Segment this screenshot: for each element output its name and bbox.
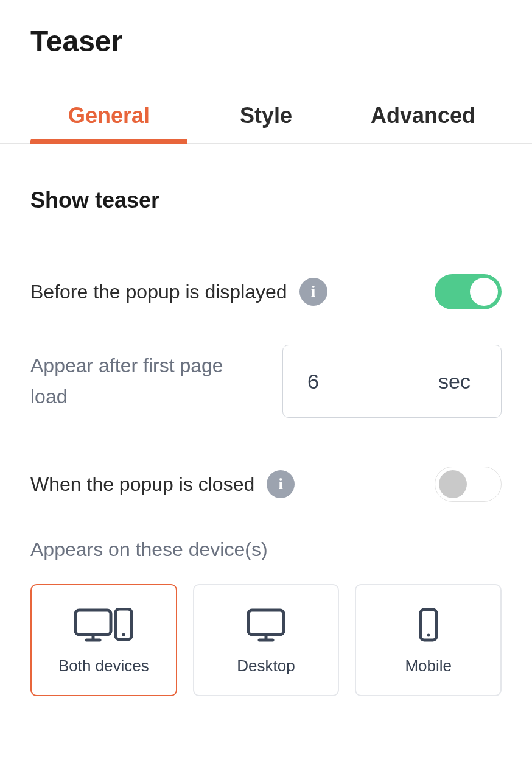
appear-after-unit: sec bbox=[438, 370, 471, 393]
section-title: Show teaser bbox=[30, 188, 502, 213]
mobile-icon bbox=[418, 605, 439, 644]
svg-point-9 bbox=[427, 633, 430, 636]
page-title: Teaser bbox=[30, 24, 502, 58]
appear-after-value: 6 bbox=[307, 370, 319, 393]
appear-after-label: Appear after first page load bbox=[30, 350, 258, 412]
before-popup-label: Before the popup is displayed bbox=[30, 281, 287, 303]
both-devices-icon bbox=[73, 605, 134, 644]
svg-rect-5 bbox=[248, 610, 284, 635]
device-card-label: Mobile bbox=[405, 657, 452, 675]
info-icon[interactable]: i bbox=[267, 470, 295, 498]
tab-general[interactable]: General bbox=[30, 92, 187, 143]
svg-rect-0 bbox=[75, 610, 111, 635]
when-closed-label: When the popup is closed bbox=[30, 473, 254, 496]
before-popup-toggle[interactable] bbox=[435, 274, 502, 309]
device-option-mobile[interactable]: Mobile bbox=[355, 584, 502, 696]
device-card-label: Desktop bbox=[237, 657, 295, 675]
device-options: Both devices Desktop bbox=[30, 584, 502, 696]
device-card-label: Both devices bbox=[58, 657, 149, 675]
info-icon[interactable]: i bbox=[299, 278, 327, 306]
tabs: General Style Advanced bbox=[0, 92, 532, 144]
when-closed-toggle[interactable] bbox=[435, 467, 502, 502]
device-option-desktop[interactable]: Desktop bbox=[193, 584, 340, 696]
device-option-both[interactable]: Both devices bbox=[30, 584, 177, 696]
devices-label: Appears on these device(s) bbox=[30, 538, 502, 561]
tab-style[interactable]: Style bbox=[187, 92, 345, 143]
tab-advanced[interactable]: Advanced bbox=[345, 92, 502, 143]
svg-point-4 bbox=[122, 633, 125, 636]
desktop-icon bbox=[246, 605, 286, 644]
appear-after-input[interactable]: 6 sec bbox=[282, 345, 502, 418]
